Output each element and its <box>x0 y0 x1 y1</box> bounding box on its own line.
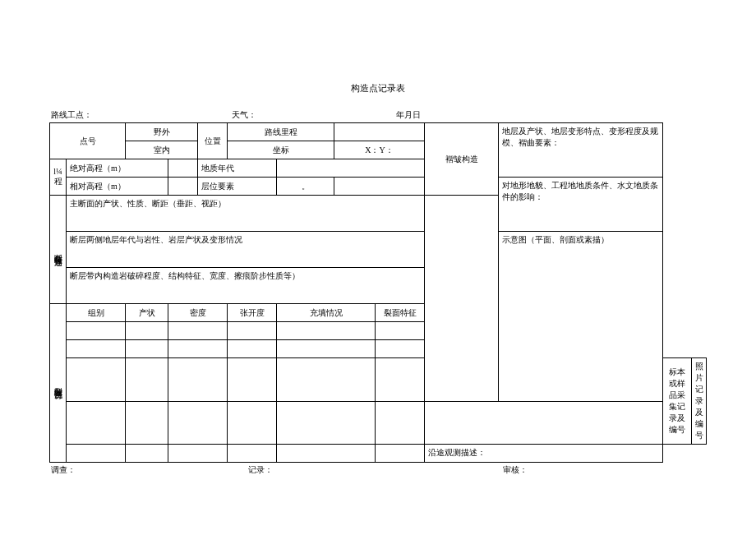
joint-row-1-attitude <box>126 322 168 340</box>
position-label: 位置 <box>198 123 228 159</box>
point-no-label: 点号 <box>50 123 126 159</box>
joint-density-header: 密度 <box>168 304 228 322</box>
joint-group-header: 组别 <box>67 304 126 322</box>
joint-row-2-group <box>67 340 126 358</box>
joint-row-4-density <box>168 401 228 445</box>
joint-row-5-open <box>228 445 277 463</box>
rel-elev-value <box>168 178 198 196</box>
joint-row-1-face <box>376 322 425 340</box>
fault-desc-vlabel: 断裂特征描述 <box>50 196 67 304</box>
date-label: 年月日 <box>396 110 421 119</box>
joint-fill-header: 充填情况 <box>277 304 376 322</box>
record-label: 记录： <box>248 464 503 476</box>
joint-vlabel: 裂隙发育情况 <box>50 304 67 463</box>
joint-row-5-fill <box>277 445 376 463</box>
indoor-label: 室内 <box>126 141 198 159</box>
joint-row-1-group <box>67 322 126 340</box>
sketch-mid-blank <box>425 196 499 402</box>
photo-note: 照片记录及编号 <box>692 358 707 445</box>
main-table: 点号 野外 位置 路线里程 褶皱构造 地层及产状、地层变形特点、变形程度及规模、… <box>49 122 707 463</box>
sketch-label: 示意图（平面、剖面或素描） <box>499 232 663 402</box>
joint-open-header: 张开度 <box>228 304 277 322</box>
page-title: 构造点记录表 <box>49 82 707 95</box>
joint-row-4-attitude <box>126 401 168 445</box>
review-label: 审核： <box>503 464 705 476</box>
joint-row-3-group <box>67 358 126 402</box>
joint-row-4-fill <box>277 401 376 445</box>
joint-row-1-fill <box>277 322 376 340</box>
joint-row-5-face <box>376 445 425 463</box>
joint-attitude-header: 产状 <box>126 304 168 322</box>
joint-row-2-fill <box>277 340 376 358</box>
weather-label: 天气： <box>232 110 256 119</box>
route-label: 路线工点： <box>51 110 92 119</box>
fault-row-1: 主断面的产状、性质、断距（垂距、视距） <box>67 196 425 232</box>
geo-age-value <box>277 159 425 178</box>
joint-row-2-face <box>376 340 425 358</box>
coord-value: X：Y： <box>334 141 425 159</box>
coord-label: 坐标 <box>228 141 334 159</box>
elevation-header: l¼程 <box>50 159 67 196</box>
abs-elev-value <box>168 159 198 178</box>
survey-label: 调查： <box>51 464 248 476</box>
joint-row-5-group <box>67 445 126 463</box>
route-mileage-label: 路线里程 <box>228 123 334 141</box>
joint-row-3-open <box>228 358 277 402</box>
joint-row-1-open <box>228 322 277 340</box>
joint-row-2-attitude <box>126 340 168 358</box>
joint-row-3-fill <box>277 358 376 402</box>
field-label: 野外 <box>126 123 198 141</box>
fold-text-1: 地层及产状、地层变形特点、变形程度及规模、褶曲要素： <box>499 123 663 178</box>
fold-structure-label: 褶皱构造 <box>425 123 499 196</box>
rel-elev-label: 相对高程（m） <box>67 178 168 196</box>
joint-row-5-density <box>168 445 228 463</box>
bottom-info-row: 调查： 记录： 审核： <box>49 464 707 476</box>
fault-row-3: 断层带内构造岩破碎程度、结构特征、宽度、擦痕阶步性质等） <box>67 268 425 304</box>
layer-elements-label: 层位要素 <box>198 178 277 196</box>
joint-row-2-open <box>228 340 277 358</box>
joint-row-4-open <box>228 401 277 445</box>
impact-text: 对地形地貌、工程地地质条件、水文地质条件的影响： <box>499 178 663 232</box>
abs-elev-label: 绝对高程（m） <box>67 159 168 178</box>
joint-row-4-group <box>67 401 126 445</box>
joint-row-2-density <box>168 340 228 358</box>
geo-age-label: 地质年代 <box>198 159 277 178</box>
layer-value <box>334 178 425 196</box>
joint-face-header: 裂面特征 <box>376 304 425 322</box>
joint-row-3-density <box>168 358 228 402</box>
joint-row-3-attitude <box>126 358 168 402</box>
joint-row-3-face <box>376 358 425 402</box>
joint-row-1-density <box>168 322 228 340</box>
joint-row-5-attitude <box>126 445 168 463</box>
joint-row-4-face <box>376 401 425 445</box>
route-obs: 沿途观测描述： <box>425 445 663 463</box>
route-mileage-value <box>334 123 425 141</box>
sample-note: 标本或样品采集记录及编号 <box>663 358 692 445</box>
fault-row-2: 断层两侧地层年代与岩性、岩层产状及变形情况 <box>67 232 425 268</box>
top-info-row: 路线工点： 天气： 年月日 <box>49 109 707 121</box>
layer-symbol: 。 <box>277 178 334 196</box>
